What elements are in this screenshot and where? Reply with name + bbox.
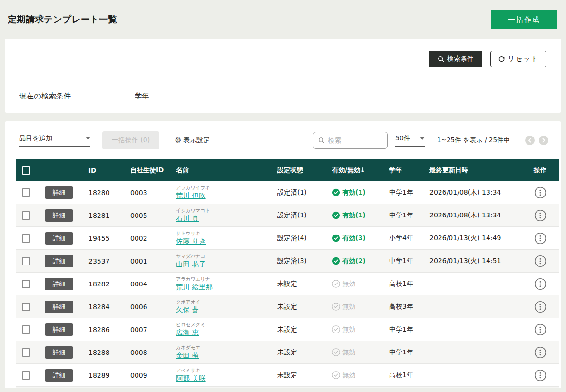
search-conditions-label: 検索条件	[447, 55, 474, 63]
table-row: 詳細 18284 0006 クボアオイ 久保 蒼 未設定 無効 高校3年	[16, 295, 559, 318]
search-filter-panel: 検索条件 リセット 現在の検索条件 学年	[5, 39, 561, 113]
row-id: 18286	[85, 326, 127, 333]
row-student-id: 0003	[127, 189, 172, 196]
display-settings-button[interactable]: ⚙ 表示設定	[175, 136, 210, 145]
row-actions-menu-button[interactable]	[534, 369, 546, 382]
detail-button[interactable]: 詳細	[45, 232, 73, 245]
row-detail-cell: 詳細	[37, 323, 85, 336]
chevron-left-icon	[527, 138, 532, 143]
student-name-link[interactable]: 荒川 伊吹	[176, 192, 206, 199]
row-checkbox[interactable]	[22, 371, 30, 380]
bulk-create-button[interactable]: 一括作成	[491, 10, 557, 29]
row-checkbox[interactable]	[22, 234, 30, 243]
row-enabled-label: 無効	[342, 303, 355, 311]
prev-page-button[interactable]	[525, 136, 535, 145]
student-name-link[interactable]: 広瀬 恵	[176, 329, 199, 336]
kebab-menu-icon	[534, 209, 546, 222]
student-name-link[interactable]: 山田 花子	[176, 260, 206, 268]
row-actions-menu-button[interactable]	[534, 232, 546, 245]
current-conditions-label: 現在の検索条件	[5, 91, 105, 101]
row-student-id: 0009	[127, 372, 172, 379]
row-setting-status: 未設定	[273, 280, 328, 288]
student-name-link[interactable]: 金田 萌	[176, 352, 199, 359]
row-actions-menu-button[interactable]	[534, 346, 546, 359]
bulk-action-button[interactable]: 一括操作 (0)	[102, 131, 159, 149]
current-conditions-row: 現在の検索条件 学年	[5, 79, 561, 113]
student-name-link[interactable]: 阿部 美咲	[176, 374, 206, 382]
row-furigana: サトウリキ	[176, 231, 273, 237]
row-furigana: クボアオイ	[176, 299, 273, 305]
row-checkbox-cell	[16, 211, 37, 220]
check-circle-icon	[332, 280, 340, 288]
page-size-label: 50件	[395, 134, 410, 143]
row-actions-menu-button[interactable]	[534, 255, 546, 267]
row-actions-menu-button[interactable]	[534, 278, 546, 290]
row-actions-menu-button[interactable]	[534, 301, 546, 313]
row-enabled-cell: 無効	[328, 325, 385, 334]
row-actions-menu-button[interactable]	[534, 186, 546, 199]
next-page-button[interactable]	[539, 136, 548, 145]
chevron-down-icon	[86, 137, 90, 140]
row-actions-menu-button[interactable]	[534, 323, 546, 336]
gear-icon: ⚙	[175, 137, 181, 144]
detail-button[interactable]: 詳細	[45, 346, 73, 359]
row-checkbox[interactable]	[22, 280, 30, 288]
table-search-box[interactable]	[313, 132, 388, 149]
row-updated-at: 2026/01/08(木) 13:34	[426, 211, 521, 220]
row-furigana: アラカワイブキ	[176, 185, 273, 191]
row-checkbox[interactable]	[22, 211, 30, 220]
table-row: 詳細 19455 0002 サトウリキ 佐藤 りき 設定済(4) 有効(3) 小…	[16, 227, 559, 250]
row-enabled-label: 有効(1)	[342, 188, 366, 197]
search-conditions-button[interactable]: 検索条件	[429, 51, 482, 67]
detail-button[interactable]: 詳細	[45, 209, 73, 222]
detail-button[interactable]: 詳細	[45, 323, 73, 336]
row-name-cell: サトウリキ 佐藤 りき	[172, 231, 273, 245]
row-checkbox-cell	[16, 371, 37, 380]
student-name-link[interactable]: 石川 真	[176, 215, 199, 222]
row-furigana: イシカワマコト	[176, 208, 273, 214]
row-detail-cell: 詳細	[37, 209, 85, 222]
row-checkbox[interactable]	[22, 257, 30, 265]
row-checkbox[interactable]	[22, 188, 30, 197]
table-row: 詳細 18286 0007 ヒロセメグミ 広瀬 恵 未設定 無効 中学1年	[16, 318, 559, 341]
header-grade: 学年	[385, 166, 426, 175]
row-id: 18281	[85, 212, 127, 219]
row-enabled-cell: 無効	[328, 303, 385, 311]
detail-button[interactable]: 詳細	[45, 301, 73, 313]
row-student-id: 0002	[127, 235, 172, 242]
row-setting-status: 未設定	[273, 303, 328, 311]
row-actions-menu-button[interactable]	[534, 209, 546, 222]
row-setting-status: 未設定	[273, 325, 328, 334]
add-item-select[interactable]: 品目を追加	[19, 134, 90, 147]
row-checkbox[interactable]	[22, 303, 30, 311]
row-name-cell: カネダモエ 金田 萌	[172, 345, 273, 360]
row-enabled-cell: 有効(1)	[328, 211, 385, 220]
row-grade: 高校1年	[385, 280, 426, 288]
student-name-link[interactable]: 久保 蒼	[176, 306, 199, 314]
student-name-link[interactable]: 荒川 絵里那	[176, 283, 213, 291]
detail-button[interactable]: 詳細	[45, 255, 73, 267]
detail-button[interactable]: 詳細	[45, 186, 73, 199]
row-id: 18284	[85, 303, 127, 311]
row-checkbox[interactable]	[22, 348, 30, 357]
page-title: 定期請求テンプレート一覧	[8, 13, 117, 26]
detail-button[interactable]: 詳細	[45, 369, 73, 382]
row-detail-cell: 詳細	[37, 346, 85, 359]
header-actions: 操作	[521, 166, 559, 175]
row-checkbox[interactable]	[22, 325, 30, 334]
detail-button[interactable]: 詳細	[45, 278, 73, 290]
student-name-link[interactable]: 佐藤 りき	[176, 237, 206, 245]
row-name-cell: ヤマダハナコ 山田 花子	[172, 254, 273, 268]
select-all-checkbox[interactable]	[22, 166, 30, 175]
row-setting-status: 未設定	[273, 348, 328, 357]
table-row: 詳細 18289 0009 アベミサキ 阿部 美咲 未設定 無効 高校1年	[16, 364, 559, 387]
header-enabled-sort[interactable]: 有効/無効↓	[328, 166, 385, 175]
row-grade: 高校1年	[385, 371, 426, 380]
page-size-select[interactable]: 50件	[395, 134, 425, 147]
kebab-menu-icon	[534, 301, 546, 313]
row-grade: 中学1年	[385, 348, 426, 357]
reset-button[interactable]: リセット	[490, 51, 546, 67]
row-enabled-label: 有効(2)	[342, 257, 366, 265]
search-input[interactable]	[328, 137, 382, 144]
row-enabled-cell: 無効	[328, 371, 385, 380]
